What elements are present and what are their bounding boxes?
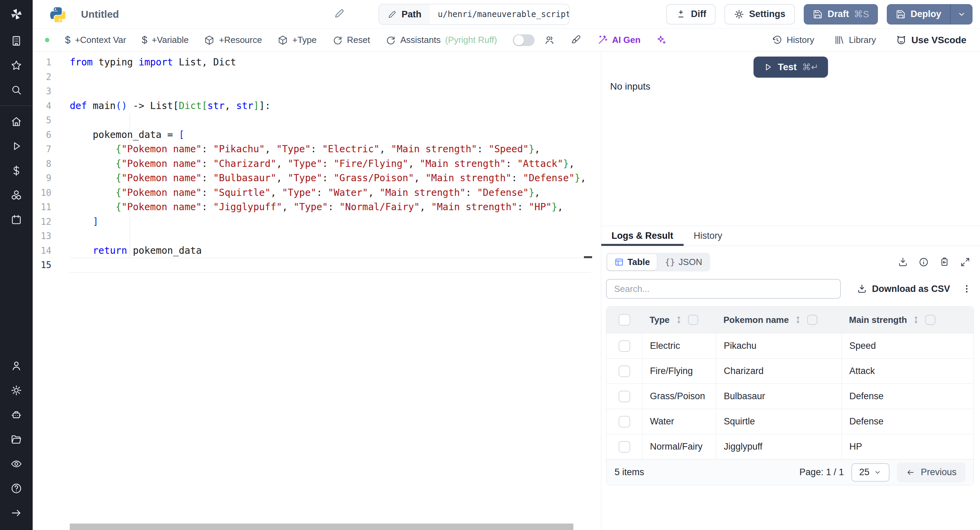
format-button[interactable] xyxy=(571,35,582,46)
sidebar-item-schedules[interactable] xyxy=(0,208,33,232)
sidebar-item-help[interactable] xyxy=(0,476,33,501)
sidebar-item-favorites[interactable] xyxy=(0,53,33,78)
sidebar-item-runs[interactable] xyxy=(0,134,33,158)
add-type-button[interactable]: +Type xyxy=(278,35,317,45)
sidebar-item-home[interactable] xyxy=(0,109,33,134)
kebab-menu-icon xyxy=(962,284,972,294)
view-json-button[interactable]: {} JSON xyxy=(658,254,709,270)
sidebar-item-users[interactable] xyxy=(0,354,33,378)
test-label: Test xyxy=(778,62,797,73)
sidebar-item-settings[interactable] xyxy=(0,378,33,402)
gear-icon xyxy=(734,9,744,19)
arrow-right-icon xyxy=(11,507,22,519)
sidebar-item-folders[interactable] xyxy=(0,427,33,452)
copy-result-button[interactable] xyxy=(939,257,950,267)
row-checkbox[interactable] xyxy=(619,441,630,453)
history-label: History xyxy=(787,35,814,45)
view-table-button[interactable]: Table xyxy=(608,254,657,270)
ai-gen-button[interactable]: AI Gen xyxy=(597,35,641,45)
reset-button[interactable]: Reset xyxy=(332,35,370,45)
sidebar-item-audit-logs[interactable] xyxy=(0,452,33,476)
ai-sparkles-button[interactable] xyxy=(656,35,667,45)
library-button[interactable]: Library xyxy=(834,35,876,45)
add-context-var-button[interactable]: $ +Context Var xyxy=(65,34,126,46)
code-line-5 xyxy=(70,113,601,128)
path-label: Path xyxy=(401,9,422,20)
settings-button[interactable]: Settings xyxy=(724,4,795,24)
horizontal-scrollbar[interactable] xyxy=(70,524,573,530)
add-variable-button[interactable]: $ +Variable xyxy=(142,34,189,46)
info-icon xyxy=(918,257,929,267)
line-number-9: 9 xyxy=(33,171,70,186)
deploy-more-button[interactable] xyxy=(950,4,972,24)
sidebar-item-variables[interactable] xyxy=(0,158,33,183)
column-filter-box[interactable] xyxy=(807,315,817,325)
line-number-8: 8 xyxy=(33,157,70,171)
download-icon xyxy=(898,257,908,267)
history-button[interactable]: History xyxy=(772,35,814,45)
test-button[interactable]: Test ⌘↵ xyxy=(753,57,828,78)
column-label: Main strength xyxy=(849,315,907,325)
line-number-1: 1 xyxy=(33,55,70,70)
result-tabs: Logs & Result History xyxy=(601,226,980,246)
select-all-cell xyxy=(606,314,642,326)
result-info-button[interactable] xyxy=(918,257,929,267)
search-input[interactable] xyxy=(606,279,841,299)
row-checkbox[interactable] xyxy=(619,340,630,352)
download-csv-button[interactable]: Download as CSV xyxy=(857,284,950,294)
code-line-10: {"Pokemon name": "Squirtle", "Type": "Wa… xyxy=(70,186,601,200)
tab-history[interactable]: History xyxy=(684,226,733,246)
sidebar-item-workers[interactable] xyxy=(0,402,33,427)
sort-icon[interactable] xyxy=(794,315,802,324)
multiplayer-users-button[interactable] xyxy=(544,35,555,46)
sidebar-item-expand[interactable] xyxy=(0,501,33,525)
column-filter-box[interactable] xyxy=(925,315,935,325)
sort-icon[interactable] xyxy=(675,315,683,324)
table-more-button[interactable] xyxy=(962,284,972,294)
use-vscode-button[interactable]: Use VScode xyxy=(896,34,966,46)
code-line-14: return pokemon_data xyxy=(70,244,601,258)
search-right: Download as CSV xyxy=(857,284,972,294)
row-checkbox[interactable] xyxy=(619,391,630,402)
cell-3-1: Squirtle xyxy=(716,409,842,434)
script-path-field[interactable]: Path u/henri/maneuverable_script xyxy=(379,4,570,25)
download-result-button[interactable] xyxy=(898,257,908,267)
view-json-label: JSON xyxy=(679,257,702,267)
cell-4-1: Jigglypuff xyxy=(716,434,842,459)
line-number-7: 7 xyxy=(33,142,70,157)
code-editor[interactable]: 123456789101112131415 from typing import… xyxy=(33,52,601,530)
cell-4-0: Normal/Fairy xyxy=(642,434,716,459)
expand-result-button[interactable] xyxy=(960,257,970,267)
assistants-label: Assistants xyxy=(400,35,441,45)
row-checkbox[interactable] xyxy=(619,416,630,428)
edit-summary-button[interactable] xyxy=(334,8,345,21)
code-line-12: ] xyxy=(70,215,601,229)
no-inputs-text: No inputs xyxy=(610,81,650,92)
draft-button[interactable]: Draft ⌘S xyxy=(804,4,878,24)
deploy-button[interactable]: Deploy xyxy=(887,4,950,24)
tab-logs-result[interactable]: Logs & Result xyxy=(601,226,684,246)
line-number-gutter: 123456789101112131415 xyxy=(33,52,70,530)
windmill-logo[interactable] xyxy=(0,0,33,29)
diff-button[interactable]: Diff xyxy=(666,4,716,24)
test-shortcut: ⌘↵ xyxy=(802,62,818,73)
column-filter-box[interactable] xyxy=(688,315,698,325)
code-line-6: pokemon_data = [ xyxy=(70,128,601,142)
view-segmented-control: Table {} JSON xyxy=(606,253,710,271)
python-language-icon xyxy=(50,6,65,22)
multiplayer-toggle[interactable] xyxy=(513,34,535,46)
assistants-button[interactable]: Assistants (Pyright Ruff) xyxy=(385,35,497,45)
sidebar-item-search[interactable] xyxy=(0,78,33,102)
sidebar-item-resources[interactable] xyxy=(0,183,33,208)
previous-page-button[interactable]: Previous xyxy=(897,463,966,482)
code-area[interactable]: from typing import List, Dictdef main() … xyxy=(70,52,601,530)
row-select-cell xyxy=(606,359,642,383)
star-icon xyxy=(11,60,22,71)
row-checkbox[interactable] xyxy=(619,366,630,377)
select-all-checkbox[interactable] xyxy=(619,314,630,326)
maximize-icon xyxy=(960,257,970,267)
page-size-select[interactable]: 25 xyxy=(851,463,889,482)
sort-icon[interactable] xyxy=(912,315,920,324)
sidebar-item-workspace[interactable] xyxy=(0,29,33,53)
add-resource-button[interactable]: +Resource xyxy=(204,35,262,45)
